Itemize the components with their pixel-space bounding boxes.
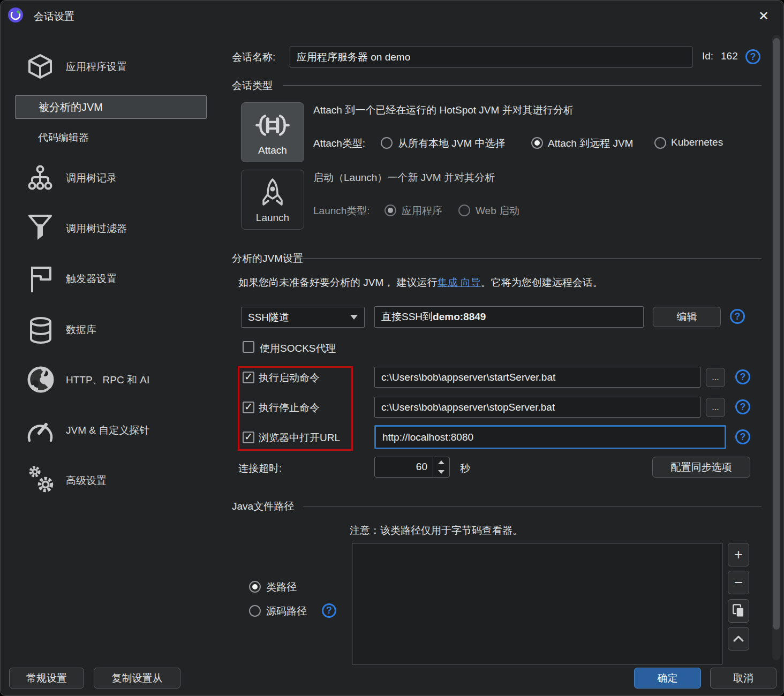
- open-url-label[interactable]: 浏览器中打开URL: [259, 431, 340, 445]
- rocket-icon: [259, 178, 287, 208]
- sidebar-item-jvm-custom-probes[interactable]: JVM & 自定义探针: [66, 423, 149, 437]
- open-url-checkbox[interactable]: ✓: [243, 432, 254, 443]
- start-command-input[interactable]: [374, 367, 700, 388]
- connection-type-value: SSH隧道: [248, 311, 289, 324]
- package-icon[interactable]: [27, 54, 53, 79]
- open-url-input[interactable]: [374, 425, 726, 449]
- integration-hint: 如果您尚未准备好要分析的 JVM， 建议运行集成 向导。它将为您创建远程会话。: [238, 276, 603, 290]
- connection-summary-field[interactable]: 直接SSH到 demo:8849: [374, 306, 644, 328]
- scrollbar-thumb[interactable]: [773, 38, 780, 630]
- sidebar-item-call-tree-filters[interactable]: 调用树过滤器: [66, 222, 127, 236]
- timeout-unit: 秒: [460, 462, 470, 475]
- hint-text-post: 。它将为您创建远程会话。: [481, 277, 603, 288]
- section-divider: [300, 258, 762, 259]
- socks-proxy-label[interactable]: 使用SOCKS代理: [260, 342, 336, 355]
- sidebar-item-code-editor[interactable]: 代码编辑器: [38, 131, 89, 145]
- radio-source-path-label[interactable]: 源码路径: [266, 604, 307, 618]
- flag-icon[interactable]: [30, 264, 52, 293]
- sidebar-item-call-tree-recording[interactable]: 调用树记录: [66, 171, 117, 185]
- radio-remote-jvm[interactable]: [531, 137, 543, 149]
- scrollbar-track[interactable]: [772, 35, 781, 660]
- copy-path-button[interactable]: [728, 599, 749, 623]
- connection-help-icon[interactable]: ?: [730, 309, 745, 324]
- radio-application[interactable]: [385, 205, 396, 216]
- start-command-help-icon[interactable]: ?: [735, 369, 750, 384]
- section-title-session-type: 会话类型: [232, 79, 273, 93]
- stop-command-browse-button[interactable]: ...: [706, 398, 725, 417]
- session-id-value: 162: [721, 50, 738, 62]
- launch-type-label: Launch类型:: [313, 204, 370, 218]
- general-settings-button[interactable]: 常规设置: [9, 668, 84, 689]
- config-sync-button[interactable]: 配置同步选项: [652, 457, 750, 478]
- stop-command-checkbox[interactable]: ✓: [243, 402, 254, 413]
- timeout-label: 连接超时:: [238, 462, 282, 475]
- classpath-note: 注意：该类路径仅用于字节码查看器。: [350, 524, 523, 538]
- session-name-input[interactable]: [290, 47, 692, 67]
- radio-application-label[interactable]: 应用程序: [402, 204, 442, 218]
- timeout-value[interactable]: 60: [375, 457, 433, 477]
- edit-connection-button[interactable]: 编辑: [653, 307, 721, 327]
- dialog-title: 会话设置: [34, 10, 74, 24]
- radio-local-jvm-label[interactable]: 从所有本地 JVM 中选择: [398, 137, 506, 150]
- open-url-help-icon[interactable]: ?: [735, 429, 750, 444]
- connection-summary-prefix: 直接SSH到: [381, 310, 433, 324]
- classpath-list[interactable]: [352, 543, 722, 664]
- section-divider: [283, 85, 762, 86]
- chevron-down-icon: [350, 315, 358, 320]
- ok-button[interactable]: 确定: [634, 668, 701, 689]
- stop-command-label[interactable]: 执行停止命令: [259, 401, 320, 415]
- gears-icon[interactable]: [26, 464, 57, 496]
- socks-proxy-checkbox[interactable]: ✓: [243, 341, 254, 353]
- radio-local-jvm[interactable]: [381, 137, 393, 149]
- hint-text-pre: 如果您尚未准备好要分析的 JVM， 建议运行: [238, 277, 438, 288]
- database-icon[interactable]: [28, 316, 53, 344]
- radio-remote-jvm-label[interactable]: Attach 到远程 JVM: [548, 137, 633, 150]
- attach-type-button[interactable]: Attach: [241, 102, 304, 162]
- sidebar-item-trigger-settings[interactable]: 触发器设置: [66, 272, 117, 286]
- stop-command-input[interactable]: [374, 397, 700, 418]
- copy-settings-from-button[interactable]: 复制设置从: [94, 668, 180, 689]
- sidebar-item-http-rpc-ai[interactable]: HTTP、RPC 和 AI: [66, 373, 149, 387]
- start-command-browse-button[interactable]: ...: [706, 368, 725, 387]
- session-id-help-icon[interactable]: ?: [745, 49, 760, 64]
- radio-class-path-label[interactable]: 类路径: [266, 580, 297, 594]
- section-divider: [303, 506, 762, 506]
- radio-kubernetes-label[interactable]: Kubernetes: [671, 137, 723, 148]
- attach-icon: [252, 110, 293, 140]
- start-command-checkbox[interactable]: ✓: [243, 372, 254, 383]
- add-path-button[interactable]: +: [728, 543, 749, 566]
- funnel-icon[interactable]: [28, 214, 52, 243]
- launch-description: 启动（Launch）一个新 JVM 并对其分析: [313, 171, 495, 185]
- globe-icon[interactable]: [27, 366, 54, 393]
- attach-button-label: Attach: [258, 145, 287, 156]
- spinner-down-icon[interactable]: [433, 467, 449, 478]
- connection-summary-host: demo:8849: [433, 311, 486, 323]
- sidebar-item-advanced-settings[interactable]: 高级设置: [66, 474, 107, 488]
- launch-button-label: Launch: [256, 212, 289, 224]
- sidebar-item-profiled-jvm[interactable]: 被分析的JVM: [15, 95, 207, 119]
- attach-description: Attach 到一个已经在运行的 HotSpot JVM 并对其进行分析: [313, 103, 574, 117]
- radio-web-start[interactable]: [458, 205, 470, 216]
- call-tree-icon[interactable]: [26, 164, 54, 192]
- radio-web-start-label[interactable]: Web 启动: [476, 204, 519, 218]
- close-icon[interactable]: ✕: [755, 8, 773, 24]
- stop-command-help-icon[interactable]: ?: [735, 399, 750, 414]
- radio-class-path[interactable]: [249, 581, 261, 593]
- gauge-icon[interactable]: [26, 417, 54, 444]
- radio-kubernetes[interactable]: [654, 137, 666, 149]
- radio-source-path[interactable]: [249, 605, 261, 617]
- remove-path-button[interactable]: −: [728, 571, 749, 594]
- move-up-path-button[interactable]: [728, 627, 749, 650]
- section-title-jvm-settings: 分析的JVM设置: [232, 252, 303, 266]
- timeout-spinner[interactable]: 60: [374, 457, 450, 478]
- cancel-button[interactable]: 取消: [710, 668, 777, 689]
- integration-wizard-link[interactable]: 集成 向导: [438, 277, 481, 288]
- spinner-up-icon[interactable]: [433, 457, 449, 467]
- launch-type-button[interactable]: Launch: [241, 170, 304, 230]
- source-path-help-icon[interactable]: ?: [322, 603, 336, 618]
- sidebar-item-databases[interactable]: 数据库: [66, 323, 96, 337]
- session-name-label: 会话名称:: [232, 50, 275, 64]
- start-command-label[interactable]: 执行启动命令: [259, 371, 320, 385]
- sidebar-item-application-settings[interactable]: 应用程序设置: [66, 60, 127, 74]
- connection-type-dropdown[interactable]: SSH隧道: [241, 307, 365, 328]
